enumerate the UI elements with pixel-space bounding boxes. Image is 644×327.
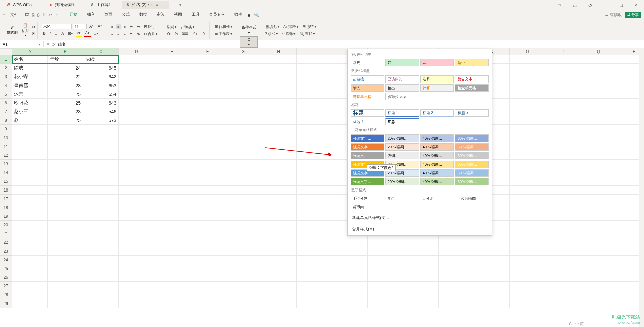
cell[interactable]	[510, 282, 545, 290]
cell[interactable]	[225, 264, 261, 273]
cell[interactable]	[297, 116, 332, 125]
cell[interactable]	[581, 264, 616, 273]
cell[interactable]	[83, 299, 119, 308]
cell[interactable]	[154, 125, 190, 133]
cell[interactable]	[581, 212, 616, 221]
cell[interactable]	[48, 168, 83, 177]
style-preset[interactable]: 警告文本	[455, 75, 489, 83]
style-preset[interactable]: 60%-强调…	[455, 169, 489, 177]
cell[interactable]	[154, 55, 190, 64]
cell[interactable]	[225, 247, 261, 256]
cell[interactable]	[581, 99, 616, 107]
cell[interactable]	[581, 72, 616, 81]
cell[interactable]	[332, 282, 368, 290]
cell[interactable]	[119, 264, 154, 273]
cell[interactable]	[261, 299, 297, 308]
cell[interactable]	[12, 264, 48, 273]
cell[interactable]	[297, 72, 332, 81]
close-icon[interactable]	[114, 3, 118, 7]
cell[interactable]	[225, 90, 261, 99]
cell[interactable]	[190, 264, 225, 273]
number-format-selector[interactable]: 常规 ▾	[165, 24, 178, 30]
comma-icon[interactable]: 000	[181, 31, 190, 36]
style-preset[interactable]: 标题 2	[420, 109, 454, 117]
cell[interactable]	[12, 221, 48, 229]
cell[interactable]	[83, 282, 119, 290]
cell[interactable]	[225, 290, 261, 299]
cell[interactable]	[297, 264, 332, 273]
cell[interactable]	[581, 125, 616, 133]
align-center-icon[interactable]: ≡	[116, 31, 121, 36]
cell[interactable]	[154, 81, 190, 90]
cell[interactable]: 24	[48, 64, 83, 72]
row-header[interactable]: 11	[0, 142, 12, 151]
cell[interactable]	[190, 256, 225, 264]
cell[interactable]	[510, 107, 545, 116]
cell[interactable]	[190, 273, 225, 282]
row-header[interactable]: 18	[0, 203, 12, 212]
cell[interactable]: 花小蝶	[12, 72, 48, 81]
cell[interactable]	[368, 290, 403, 299]
cell[interactable]	[119, 81, 154, 90]
row-header[interactable]: 1	[0, 55, 12, 64]
cell[interactable]: 沐景	[12, 90, 48, 99]
cell[interactable]	[261, 203, 297, 212]
cell[interactable]	[545, 107, 581, 116]
cell[interactable]	[119, 186, 154, 195]
worksheet-button[interactable]: ⊞ 工作表▾	[214, 31, 234, 37]
cell[interactable]	[581, 81, 616, 90]
cell[interactable]	[225, 142, 261, 151]
cell[interactable]	[510, 168, 545, 177]
cell[interactable]	[332, 264, 368, 273]
cell[interactable]	[510, 99, 545, 107]
cell[interactable]	[190, 55, 225, 64]
cell[interactable]	[261, 264, 297, 273]
ribbon-tab[interactable]: 视图	[170, 10, 186, 19]
cell[interactable]	[581, 151, 616, 160]
cell[interactable]	[83, 133, 119, 142]
cell[interactable]	[225, 64, 261, 72]
cell[interactable]	[119, 247, 154, 256]
decrease-decimal-icon[interactable]: .0-	[200, 31, 207, 36]
cell[interactable]	[48, 177, 83, 186]
style-preset[interactable]: 链接单元格	[351, 93, 384, 100]
cell[interactable]: 642	[83, 72, 119, 81]
font-color-icon[interactable]: A▾	[84, 30, 91, 37]
cell[interactable]	[545, 229, 581, 238]
cell[interactable]	[474, 256, 510, 264]
cell[interactable]	[12, 212, 48, 221]
cell[interactable]	[83, 221, 119, 229]
cell[interactable]	[225, 55, 261, 64]
cell[interactable]	[12, 186, 48, 195]
cell[interactable]	[545, 99, 581, 107]
cell[interactable]	[12, 160, 48, 168]
style-preset[interactable]: 20%-强调…	[385, 143, 419, 151]
cell[interactable]	[225, 72, 261, 81]
style-preset[interactable]: 40%-强调…	[420, 178, 454, 185]
cell[interactable]	[261, 55, 297, 64]
cell[interactable]	[225, 177, 261, 186]
column-header[interactable]: Q	[581, 48, 616, 55]
cell[interactable]	[190, 99, 225, 107]
cell[interactable]: 23	[48, 81, 83, 90]
style-preset[interactable]: 货币	[385, 195, 419, 202]
column-header[interactable]: H	[261, 48, 297, 55]
cell[interactable]	[83, 151, 119, 160]
style-preset[interactable]: 常规	[351, 59, 384, 66]
cell[interactable]	[510, 151, 545, 160]
cell[interactable]	[48, 290, 83, 299]
cell[interactable]	[403, 264, 439, 273]
cell[interactable]	[154, 90, 190, 99]
cell[interactable]	[12, 151, 48, 160]
cell[interactable]	[474, 282, 510, 290]
cell[interactable]	[48, 238, 83, 247]
row-header[interactable]: 15	[0, 177, 12, 186]
style-preset[interactable]: 检查单元格	[455, 84, 489, 92]
spreadsheet-grid[interactable]: ABCDEFGHIJKLMNOPQR 123456789101112131415…	[0, 48, 644, 327]
cell[interactable]	[83, 125, 119, 133]
cell[interactable]	[190, 142, 225, 151]
cell[interactable]	[154, 290, 190, 299]
cell[interactable]	[12, 256, 48, 264]
style-preset[interactable]: 强调…	[385, 152, 419, 159]
cell[interactable]	[439, 256, 474, 264]
